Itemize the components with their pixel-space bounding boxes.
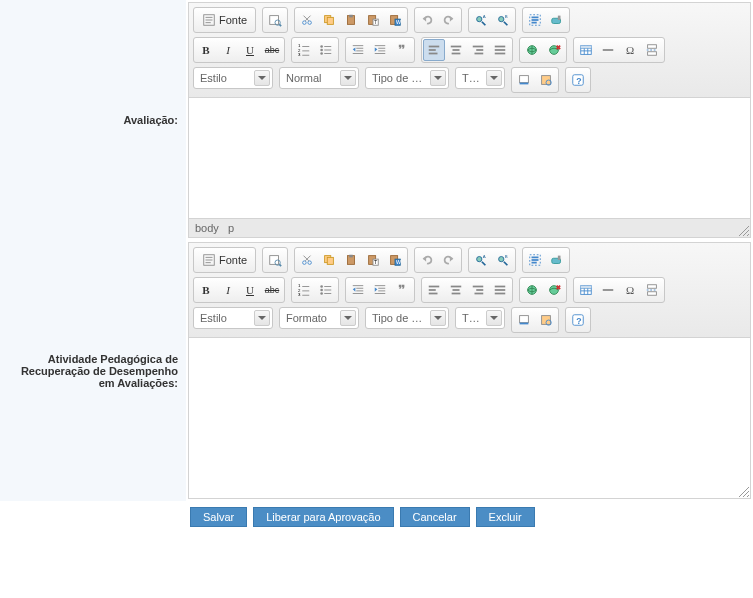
find-icon[interactable]: A [470, 249, 492, 271]
cancel-button[interactable]: Cancelar [400, 507, 470, 527]
font-label: Tipo de … [372, 312, 422, 324]
remove-format-icon[interactable] [546, 9, 568, 31]
svg-rect-123 [532, 257, 539, 259]
undo-icon[interactable] [416, 249, 438, 271]
size-dropdown[interactable]: T… [455, 307, 505, 329]
strike-icon[interactable]: abc [261, 279, 283, 301]
italic-icon[interactable]: I [217, 279, 239, 301]
redo-icon[interactable] [438, 9, 460, 31]
align-right-icon[interactable] [467, 39, 489, 61]
outdent-icon[interactable] [347, 39, 369, 61]
format-dropdown[interactable]: Formato [279, 307, 359, 329]
indent-icon[interactable] [369, 39, 391, 61]
blockquote-icon[interactable]: ❞ [391, 39, 413, 61]
blockquote-icon[interactable]: ❞ [391, 279, 413, 301]
select-all-icon[interactable] [524, 249, 546, 271]
strike-icon[interactable]: abc [261, 39, 283, 61]
svg-rect-174 [648, 285, 657, 289]
align-right-icon[interactable] [467, 279, 489, 301]
size-dropdown[interactable]: T… [455, 67, 505, 89]
undo-icon[interactable] [416, 9, 438, 31]
text-color-icon[interactable] [513, 69, 535, 91]
hr-icon[interactable] [597, 279, 619, 301]
paste-text-icon[interactable]: T [362, 9, 384, 31]
link-icon[interactable] [521, 279, 543, 301]
align-justify-icon[interactable] [489, 279, 511, 301]
page-break-icon[interactable] [641, 39, 663, 61]
save-button[interactable]: Salvar [190, 507, 247, 527]
preview-icon[interactable] [264, 249, 286, 271]
table-icon[interactable] [575, 39, 597, 61]
bullet-list-icon[interactable] [315, 39, 337, 61]
copy-icon[interactable] [318, 9, 340, 31]
table-icon[interactable] [575, 279, 597, 301]
paste-icon[interactable] [340, 249, 362, 271]
style-dropdown[interactable]: Estilo [193, 67, 273, 89]
numbered-list-icon[interactable]: 123 [293, 279, 315, 301]
svg-rect-31 [532, 19, 539, 21]
replace-icon[interactable]: B [492, 249, 514, 271]
bold-icon[interactable]: B [195, 39, 217, 61]
svg-text:3: 3 [298, 52, 301, 57]
bullet-list-icon[interactable] [315, 279, 337, 301]
preview-icon[interactable] [264, 9, 286, 31]
bg-color-icon[interactable] [535, 69, 557, 91]
numbered-list-icon[interactable]: 123 [293, 39, 315, 61]
resize-handle[interactable] [736, 484, 750, 498]
hr-icon[interactable] [597, 39, 619, 61]
link-icon[interactable] [521, 39, 543, 61]
edit-area[interactable] [189, 338, 750, 498]
italic-icon[interactable]: I [217, 39, 239, 61]
svg-rect-124 [532, 259, 539, 261]
paste-icon[interactable] [340, 9, 362, 31]
align-left-icon[interactable] [423, 39, 445, 61]
path-p[interactable]: p [228, 222, 234, 234]
resize-handle[interactable] [736, 223, 750, 237]
outdent-icon[interactable] [347, 279, 369, 301]
source-button[interactable]: Fonte [195, 249, 254, 271]
redo-icon[interactable] [438, 249, 460, 271]
svg-text:W: W [396, 259, 401, 265]
select-all-icon[interactable] [524, 9, 546, 31]
find-icon[interactable]: A [470, 9, 492, 31]
replace-icon[interactable]: B [492, 9, 514, 31]
copy-icon[interactable] [318, 249, 340, 271]
delete-button[interactable]: Excluir [476, 507, 535, 527]
paste-word-icon[interactable]: W [384, 249, 406, 271]
source-button[interactable]: Fonte [195, 9, 254, 31]
page-break-icon[interactable] [641, 279, 663, 301]
style-dropdown[interactable]: Estilo [193, 307, 273, 329]
svg-point-23 [477, 17, 482, 22]
align-center-icon[interactable] [445, 279, 467, 301]
align-left-icon[interactable] [423, 279, 445, 301]
remove-format-icon[interactable] [546, 249, 568, 271]
font-dropdown[interactable]: Tipo de … [365, 67, 449, 89]
edit-area[interactable] [189, 98, 750, 218]
unlink-icon[interactable] [543, 279, 565, 301]
svg-point-41 [320, 45, 323, 48]
format-dropdown[interactable]: Normal [279, 67, 359, 89]
release-approval-button[interactable]: Liberar para Aprovação [253, 507, 393, 527]
help-icon[interactable]: ? [567, 309, 589, 331]
unlink-icon[interactable] [543, 39, 565, 61]
font-dropdown[interactable]: Tipo de … [365, 307, 449, 329]
svg-text:3: 3 [298, 292, 301, 297]
underline-icon[interactable]: U [239, 39, 261, 61]
text-color-icon[interactable] [513, 309, 535, 331]
svg-text:A: A [483, 14, 486, 19]
cut-icon[interactable] [296, 249, 318, 271]
svg-point-7 [303, 21, 307, 25]
path-body[interactable]: body [195, 222, 219, 234]
align-justify-icon[interactable] [489, 39, 511, 61]
paste-word-icon[interactable]: W [384, 9, 406, 31]
help-icon[interactable]: ? [567, 69, 589, 91]
special-char-icon[interactable]: Ω [619, 279, 641, 301]
paste-text-icon[interactable]: T [362, 249, 384, 271]
bg-color-icon[interactable] [535, 309, 557, 331]
align-center-icon[interactable] [445, 39, 467, 61]
underline-icon[interactable]: U [239, 279, 261, 301]
cut-icon[interactable] [296, 9, 318, 31]
special-char-icon[interactable]: Ω [619, 39, 641, 61]
bold-icon[interactable]: B [195, 279, 217, 301]
indent-icon[interactable] [369, 279, 391, 301]
